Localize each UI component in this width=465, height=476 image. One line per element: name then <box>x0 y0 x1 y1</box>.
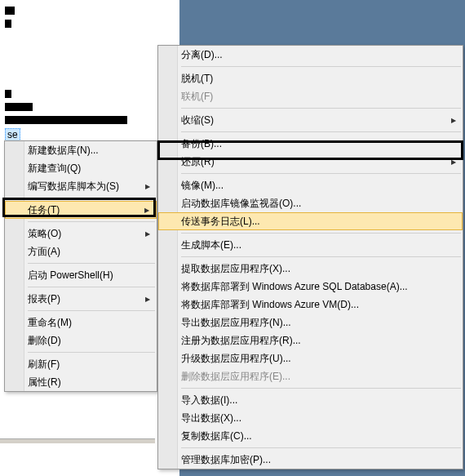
menu2-item: 联机(F) <box>158 87 463 105</box>
menu-item-label: 脱机(T) <box>181 72 213 86</box>
menu-separator <box>181 388 461 389</box>
menu-item-label: 镜像(M)... <box>181 179 224 193</box>
menu2-item[interactable]: 导出数据层应用程序(N)... <box>158 314 463 331</box>
menu2-item[interactable]: 还原(R) <box>158 153 463 171</box>
menu-item-label: 备份(B)... <box>181 137 222 151</box>
menu-item-label: 联机(F) <box>181 90 213 104</box>
menu-separator <box>28 221 155 222</box>
menu-item-label: 策略(O) <box>28 227 61 241</box>
menu-separator <box>181 233 461 234</box>
menu2-item[interactable]: 注册为数据层应用程序(R)... <box>158 331 463 349</box>
menu-item-label: 删除数据层应用程序(E)... <box>181 370 290 384</box>
menu2-item[interactable]: 传送事务日志(L)... <box>158 212 463 230</box>
panel-divider <box>0 438 155 443</box>
menu-item-label: 分离(D)... <box>181 48 223 62</box>
menu-item-label: 刷新(F) <box>28 358 60 371</box>
menu-separator <box>181 131 461 132</box>
menu-item-label: 启动 PowerShell(H) <box>28 269 113 282</box>
menu2-item[interactable]: 升级数据层应用程序(U)... <box>158 349 463 367</box>
menu-item-label: 导入数据(I)... <box>181 394 237 407</box>
menu-item-label: 将数据库部署到 Windows Azure SQL Database(A)... <box>181 280 408 294</box>
menu1-item[interactable]: 属性(R) <box>5 373 157 391</box>
menu-item-label: 将数据库部署到 Windows Azure VM(D)... <box>181 298 359 312</box>
menu-item-label: 注册为数据层应用程序(R)... <box>181 334 301 348</box>
menu-item-label: 新建查询(Q) <box>28 162 81 176</box>
menu-separator <box>181 173 461 174</box>
menu-item-label: 升级数据层应用程序(U)... <box>181 352 291 366</box>
menu1-item[interactable]: 新建查询(Q) <box>5 159 157 177</box>
menu1-item[interactable]: 策略(O) <box>5 225 157 242</box>
menu1-item[interactable]: 新建数据库(N)... <box>5 141 157 159</box>
menu2-item: 删除数据层应用程序(E)... <box>158 367 463 385</box>
menu-item-label: 方面(A) <box>28 245 60 259</box>
menu-separator <box>28 198 155 198</box>
menu-item-label: 导出数据(X)... <box>181 411 241 425</box>
menu2-item[interactable]: 提取数据层应用程序(X)... <box>158 260 463 278</box>
menu1-item[interactable]: 删除(D) <box>5 331 157 349</box>
database-context-menu: 新建数据库(N)...新建查询(Q)编写数据库脚本为(S)任务(T)策略(O)方… <box>4 140 157 392</box>
menu2-item[interactable]: 管理数据库加密(P)... <box>158 451 463 469</box>
menu-item-label: 报表(P) <box>28 292 60 306</box>
menu-separator <box>28 352 155 353</box>
menu-item-label: 重命名(M) <box>28 316 72 330</box>
menu-item-label: 收缩(S) <box>181 113 214 127</box>
menu1-item[interactable]: 方面(A) <box>5 242 157 260</box>
menu-item-label: 属性(R) <box>28 376 61 389</box>
menu-item-label: 启动数据库镜像监视器(O)... <box>181 197 301 211</box>
menu-item-label: 删除(D) <box>28 334 61 348</box>
menu-item-label: 导出数据层应用程序(N)... <box>181 316 291 330</box>
menu2-item[interactable]: 生成脚本(E)... <box>158 236 463 254</box>
selected-database-node[interactable]: se <box>5 128 20 141</box>
menu-item-label: 提取数据层应用程序(X)... <box>181 262 290 276</box>
menu-separator <box>28 310 155 311</box>
menu1-item[interactable]: 启动 PowerShell(H) <box>5 266 157 284</box>
menu2-item[interactable]: 导出数据(X)... <box>158 409 463 427</box>
tasks-submenu: 分离(D)...脱机(T)联机(F)收缩(S)备份(B)...还原(R)镜像(M… <box>157 45 463 469</box>
menu2-item[interactable]: 分离(D)... <box>158 46 463 64</box>
menu2-item[interactable]: 脱机(T) <box>158 69 463 87</box>
menu-item-label: 编写数据库脚本为(S) <box>28 180 119 194</box>
menu-separator <box>181 108 461 109</box>
menu-item-label: 任务(T) <box>28 203 60 217</box>
menu-item-label: 生成脚本(E)... <box>181 238 241 252</box>
menu-separator <box>28 263 155 264</box>
menu1-item[interactable]: 重命名(M) <box>5 314 157 331</box>
menu1-item[interactable]: 编写数据库脚本为(S) <box>5 177 157 195</box>
menu-separator <box>181 66 461 67</box>
menu2-item[interactable]: 将数据库部署到 Windows Azure VM(D)... <box>158 296 463 314</box>
menu2-item[interactable]: 导入数据(I)... <box>158 391 463 409</box>
menu-item-label: 还原(R) <box>181 155 215 169</box>
menu-item-label: 传送事务日志(L)... <box>181 215 260 229</box>
menu2-item[interactable]: 镜像(M)... <box>158 176 463 194</box>
menu1-item[interactable]: 刷新(F) <box>5 355 157 373</box>
menu2-item[interactable]: 将数据库部署到 Windows Azure SQL Database(A)... <box>158 278 463 296</box>
menu1-item[interactable]: 报表(P) <box>5 290 157 308</box>
menu2-item[interactable]: 收缩(S) <box>158 111 463 129</box>
menu2-item[interactable]: 备份(B)... <box>158 135 463 153</box>
menu-item-label: 新建数据库(N)... <box>28 144 99 158</box>
menu1-item[interactable]: 任务(T) <box>5 201 157 219</box>
object-explorer-tree: se <box>0 0 179 147</box>
menu2-item[interactable]: 启动数据库镜像监视器(O)... <box>158 194 463 212</box>
menu-item-label: 管理数据库加密(P)... <box>181 453 271 467</box>
menu-separator <box>28 287 155 287</box>
menu-separator <box>181 256 461 257</box>
menu-item-label: 复制数据库(C)... <box>181 429 252 443</box>
menu-separator <box>181 447 461 448</box>
menu2-item[interactable]: 复制数据库(C)... <box>158 427 463 445</box>
